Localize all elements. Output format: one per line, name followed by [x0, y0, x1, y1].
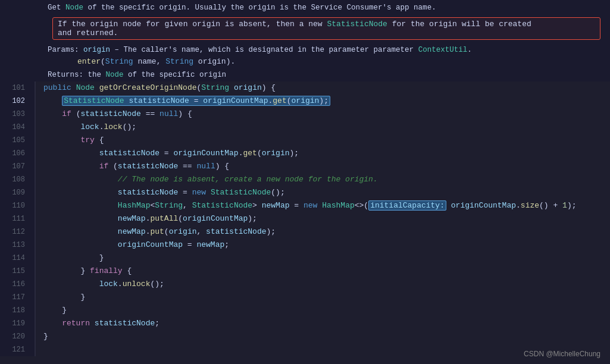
doc-returns-text2: of the specific origin [124, 71, 227, 79]
code-line-116: 116 lock.unlock(); [0, 278, 610, 291]
code-line-117: 117 } [0, 291, 610, 304]
code-content-107: if (statisticNode == null) { [37, 160, 610, 173]
code-line-121: 121 [0, 343, 610, 356]
line-num-119: 119 [0, 317, 36, 330]
code-content-105: try { [37, 134, 610, 147]
brace103: ) { [178, 109, 192, 118]
highlight-102: StatisticNode statisticNode = originCoun… [62, 96, 330, 106]
semi119: ; [155, 319, 159, 328]
plain-103: ( [71, 109, 81, 118]
code-line-114: 114 } [0, 252, 610, 265]
kw-new110: new [304, 201, 317, 210]
highlight-initcap: initialCapacity: [368, 200, 446, 211]
line-num-116: 116 [0, 278, 36, 291]
code-content-114: } [37, 252, 610, 265]
param-sn119: statisticNode [95, 319, 155, 328]
kw-null107: null [196, 162, 215, 171]
doc-highlight-section: If the origin node for given origin is a… [0, 15, 610, 42]
editor: Get Node of the specific origin. Usually… [0, 0, 610, 364]
param-lock104: lock [80, 123, 99, 131]
code-content-106: statisticNode = originCountMap.get(origi… [37, 147, 610, 160]
close110: ); [567, 201, 577, 210]
line-num-101: 101 [0, 81, 36, 95]
doc-params-text3: . [467, 46, 472, 54]
doc-enter-params: ( [101, 57, 105, 66]
kw-new109: new [192, 188, 206, 197]
line-num-114: 114 [0, 252, 36, 265]
semi104: (); [123, 123, 136, 131]
type-hm110: HashMap [322, 201, 355, 210]
type-sn110: StatisticNode [192, 201, 252, 210]
code-content-109: statisticNode = new StatisticNode(); [37, 186, 610, 199]
brace115b: { [123, 266, 132, 275]
dot116: . [118, 280, 123, 288]
doc-params-method: enter(String name, String origin). [0, 57, 610, 67]
sp119 [90, 319, 95, 328]
line-num-106: 106 [0, 147, 36, 160]
method-putall: putAll [150, 214, 178, 223]
code-line-101: 101 public Node getOrCreateOriginNode(St… [0, 81, 610, 95]
param-origin106: origin [262, 149, 290, 158]
kw-try-105: try [80, 136, 94, 145]
method-size110: size [521, 201, 539, 210]
code-content-113: originCountMap = newMap; [37, 239, 610, 252]
doc-text-rest: of the specific origin. Usually the orig… [83, 4, 436, 12]
code-content-108: // The node is absent, create a new node… [37, 173, 610, 186]
param-sn103: statisticNode [80, 109, 140, 118]
brace115a: } [80, 266, 90, 275]
line-num-107: 107 [0, 160, 36, 173]
line-num-115: 115 [0, 265, 36, 278]
param-sn107: statisticNode [118, 162, 178, 171]
param-newmap110: newMap [262, 201, 290, 210]
doc-context-util: ContextUtil [418, 46, 468, 54]
doc-enter-method: enter [77, 57, 101, 66]
doc-box-text1: If the origin node for given origin is a… [58, 20, 327, 29]
code-line-109: 109 statisticNode = new StatisticNode(); [0, 186, 610, 199]
comma110: , [183, 201, 192, 210]
line-num-108: 108 [0, 173, 36, 186]
semi112: ); [267, 227, 276, 236]
comment-108: // The node is absent, create a new node… [118, 175, 378, 184]
param-newmap112: newMap [118, 227, 146, 236]
sp2 [95, 83, 99, 92]
method-unlock: unlock [123, 280, 151, 288]
param-sn112: statisticNode [206, 227, 266, 236]
brace107: ) { [215, 162, 229, 171]
line-num-112: 112 [0, 225, 36, 239]
paren2: ) { [262, 83, 276, 92]
code-content-116: lock.unlock(); [37, 278, 610, 291]
type-node: Node [76, 83, 95, 92]
code-line-113: 113 originCountMap = newMap; [0, 239, 610, 252]
doc-params: Params: origin – The caller's name, whic… [0, 42, 610, 57]
param-map113: originCountMap [118, 240, 183, 249]
kw-if-107: if [99, 162, 109, 171]
doc-node-ref: Node [65, 4, 83, 12]
kw-public: public [43, 83, 71, 92]
code-content-120: } [37, 330, 610, 343]
line-num-103: 103 [0, 108, 36, 121]
paren111: ( [178, 214, 183, 223]
type-statisticnode: StatisticNode [64, 96, 124, 105]
code-line-115: 115 } finally { [0, 265, 610, 278]
semi116: (); [150, 280, 164, 288]
code-content-119: return statisticNode; [37, 317, 610, 330]
param-statisticnode: statisticNode [129, 96, 189, 105]
sp109 [206, 188, 211, 197]
doc-string-type2: String [165, 57, 193, 66]
doc-text-get: Get [48, 4, 65, 12]
semi111: ); [248, 214, 257, 223]
code-line-110: 110 HashMap<String, StatisticNode> newMa… [0, 199, 610, 212]
code-content-118: } [37, 304, 610, 317]
param-map111: originCountMap [183, 214, 248, 223]
param-newmap113: newMap [196, 240, 224, 249]
sp3 [229, 83, 234, 92]
code-line-111: 111 newMap.putAll(originCountMap); [0, 212, 610, 225]
sp1 [71, 83, 76, 92]
method-put112: put [150, 227, 164, 236]
doc-box-text3: and returned. [58, 29, 118, 37]
code-line-108: 108 // The node is absent, create a new … [0, 173, 610, 186]
brace117: } [80, 293, 85, 302]
param-map110b: originCountMap [451, 201, 516, 210]
code-line-105: 105 try { [0, 134, 610, 147]
code-content-110: HashMap<String, StatisticNode> newMap = … [37, 199, 610, 212]
